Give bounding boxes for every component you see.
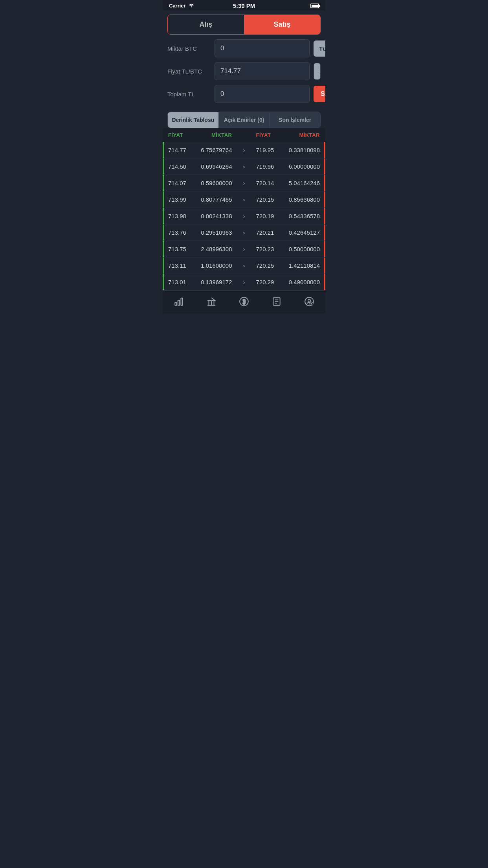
acik-emirler-tab[interactable]: Açık Emirler (0) bbox=[219, 112, 270, 128]
orders-icon bbox=[272, 296, 282, 307]
derinlik-tab[interactable]: Derinlik Tablosu bbox=[168, 112, 219, 128]
right-fiyat-cell: 720.23 bbox=[250, 241, 281, 257]
nav-orders[interactable] bbox=[267, 295, 286, 308]
right-fiyat-cell: 719.96 bbox=[250, 158, 281, 175]
table-row: 714.50 0.69946264 › 719.96 6.00000000 bbox=[163, 158, 325, 175]
right-fiyat-cell: 719.95 bbox=[250, 142, 281, 158]
left-miktar-cell: 0.69946264 bbox=[193, 158, 238, 175]
svg-rect-0 bbox=[175, 302, 177, 305]
bank-icon bbox=[206, 296, 216, 307]
fiyat-row: Fiyat TL/BTC Limit Piyasa bbox=[167, 62, 321, 80]
wifi-icon bbox=[188, 2, 194, 9]
table-row: 713.99 0.80777465 › 720.15 0.85636800 bbox=[163, 191, 325, 208]
left-miktar-cell: 0.13969172 bbox=[193, 274, 238, 291]
arrow-cell: › bbox=[237, 191, 250, 208]
table-row: 714.77 6.75679764 › 719.95 0.33818098 bbox=[163, 142, 325, 158]
right-miktar-cell: 0.54336578 bbox=[281, 208, 325, 224]
chart-icon bbox=[174, 296, 184, 307]
arrow-cell: › bbox=[237, 274, 250, 291]
left-fiyat-header: FİYAT bbox=[163, 128, 193, 142]
status-right bbox=[310, 4, 319, 8]
limit-button[interactable]: Limit bbox=[314, 63, 321, 79]
left-miktar-cell: 2.48996308 bbox=[193, 241, 238, 257]
nav-chart[interactable] bbox=[169, 295, 189, 308]
table-row: 713.76 0.29510963 › 720.21 0.42645127 bbox=[163, 224, 325, 241]
nav-bitcoin[interactable]: ₿ bbox=[234, 295, 254, 308]
right-miktar-header: MİKTAR bbox=[281, 128, 325, 142]
right-fiyat-cell: 720.15 bbox=[250, 191, 281, 208]
nav-bank[interactable] bbox=[202, 295, 221, 308]
depth-table-wrapper: FİYAT MİKTAR FİYAT MİKTAR 714.77 6.75679… bbox=[163, 128, 325, 291]
table-container[interactable]: FİYAT MİKTAR FİYAT MİKTAR 714.77 6.75679… bbox=[163, 128, 325, 291]
carrier-label: Carrier bbox=[169, 3, 186, 9]
left-fiyat-cell: 713.76 bbox=[163, 224, 193, 241]
left-miktar-cell: 0.29510963 bbox=[193, 224, 238, 241]
nav-profile[interactable] bbox=[299, 295, 319, 308]
right-fiyat-cell: 720.29 bbox=[250, 274, 281, 291]
left-fiyat-cell: 713.11 bbox=[163, 257, 193, 274]
profile-icon bbox=[304, 296, 314, 307]
miktar-row: Miktar BTC Tüm Bakiye bbox=[167, 39, 321, 57]
table-row: 713.01 0.13969172 › 720.29 0.49000000 bbox=[163, 274, 325, 291]
right-miktar-cell: 0.85636800 bbox=[281, 191, 325, 208]
left-miktar-cell: 0.59600000 bbox=[193, 175, 238, 191]
right-miktar-cell: 0.33818098 bbox=[281, 142, 325, 158]
toplam-input[interactable] bbox=[215, 85, 310, 103]
miktar-input[interactable] bbox=[215, 39, 310, 57]
sub-tab-bar: Derinlik Tablosu Açık Emirler (0) Son İş… bbox=[167, 112, 321, 128]
toplam-row: Toplam TL Satış Emri Gir bbox=[167, 85, 321, 103]
table-row: 713.75 2.48996308 › 720.23 0.50000000 bbox=[163, 241, 325, 257]
right-miktar-cell: 0.49000000 bbox=[281, 274, 325, 291]
right-miktar-cell: 0.50000000 bbox=[281, 241, 325, 257]
right-fiyat-cell: 720.21 bbox=[250, 224, 281, 241]
svg-text:₿: ₿ bbox=[242, 299, 245, 305]
left-fiyat-cell: 713.98 bbox=[163, 208, 193, 224]
arrow-cell: › bbox=[237, 175, 250, 191]
right-miktar-cell: 1.42110814 bbox=[281, 257, 325, 274]
left-miktar-cell: 1.01600000 bbox=[193, 257, 238, 274]
limit-piyasa-group: Limit Piyasa bbox=[314, 63, 321, 80]
table-row: 714.07 0.59600000 › 720.14 5.04164246 bbox=[163, 175, 325, 191]
status-bar: Carrier 5:39 PM bbox=[163, 0, 325, 11]
toplam-label: Toplam TL bbox=[167, 91, 211, 97]
fiyat-label: Fiyat TL/BTC bbox=[167, 68, 211, 75]
miktar-label: Miktar BTC bbox=[167, 45, 211, 52]
left-fiyat-cell: 713.01 bbox=[163, 274, 193, 291]
arrow-cell: › bbox=[237, 224, 250, 241]
left-miktar-cell: 0.80777465 bbox=[193, 191, 238, 208]
right-miktar-cell: 0.42645127 bbox=[281, 224, 325, 241]
status-left: Carrier bbox=[169, 2, 194, 9]
battery-icon bbox=[310, 4, 319, 8]
form-area: Miktar BTC Tüm Bakiye Fiyat TL/BTC Limit… bbox=[163, 38, 325, 109]
arrow-cell: › bbox=[237, 257, 250, 274]
svg-rect-2 bbox=[181, 298, 183, 305]
depth-table: FİYAT MİKTAR FİYAT MİKTAR 714.77 6.75679… bbox=[163, 128, 325, 291]
left-miktar-cell: 6.75679764 bbox=[193, 142, 238, 158]
table-row: 713.11 1.01600000 › 720.25 1.42110814 bbox=[163, 257, 325, 274]
svg-rect-1 bbox=[178, 300, 180, 305]
status-time: 5:39 PM bbox=[233, 2, 255, 9]
arrow-cell: › bbox=[237, 158, 250, 175]
arrow-cell: › bbox=[237, 208, 250, 224]
table-header-row: FİYAT MİKTAR FİYAT MİKTAR bbox=[163, 128, 325, 142]
right-fiyat-cell: 720.19 bbox=[250, 208, 281, 224]
right-miktar-cell: 5.04164246 bbox=[281, 175, 325, 191]
satis-emri-button[interactable]: Satış Emri Gir bbox=[314, 86, 325, 102]
alis-tab[interactable]: Alış bbox=[168, 15, 244, 34]
bottom-nav: ₿ bbox=[163, 291, 325, 314]
left-fiyat-cell: 714.07 bbox=[163, 175, 193, 191]
bitcoin-icon: ₿ bbox=[239, 296, 249, 307]
right-miktar-cell: 6.00000000 bbox=[281, 158, 325, 175]
arrow-cell: › bbox=[237, 241, 250, 257]
satis-tab[interactable]: Satış bbox=[244, 15, 320, 34]
left-fiyat-cell: 713.75 bbox=[163, 241, 193, 257]
fiyat-input[interactable] bbox=[215, 62, 310, 80]
son-islemler-tab[interactable]: Son İşlemler bbox=[270, 112, 320, 128]
right-fiyat-header: FİYAT bbox=[250, 128, 281, 142]
right-fiyat-cell: 720.14 bbox=[250, 175, 281, 191]
table-row: 713.98 0.00241338 › 720.19 0.54336578 bbox=[163, 208, 325, 224]
tum-bakiye-button[interactable]: Tüm Bakiye bbox=[314, 40, 325, 57]
main-tab-switcher: Alış Satış bbox=[167, 15, 321, 35]
left-fiyat-cell: 714.50 bbox=[163, 158, 193, 175]
depth-table-body: 714.77 6.75679764 › 719.95 0.33818098 71… bbox=[163, 142, 325, 291]
